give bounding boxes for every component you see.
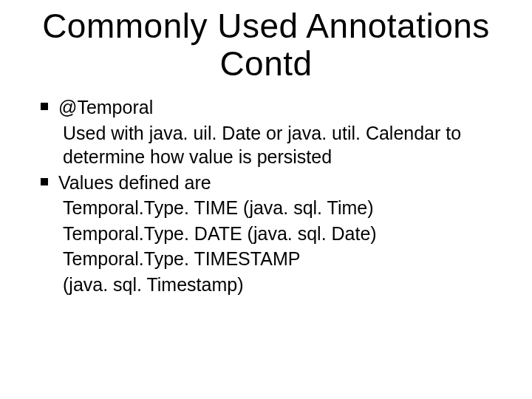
bullet-label: @Temporal	[58, 95, 153, 120]
square-bullet-icon	[41, 178, 48, 185]
bullet-subtext: Temporal.Type. TIME (java. sql. Time)	[41, 196, 510, 220]
slide-title: Commonly Used Annotations Contd	[22, 7, 510, 82]
slide-content: @Temporal Used with java. uil. Date or j…	[22, 95, 510, 296]
square-bullet-icon	[41, 103, 48, 110]
bullet-subtext: (java. sql. Timestamp)	[41, 273, 510, 297]
bullet-label: Values defined are	[58, 171, 211, 195]
bullet-item: @Temporal	[41, 95, 510, 120]
bullet-subtext: Temporal.Type. TIMESTAMP	[41, 247, 510, 271]
bullet-subtext: Temporal.Type. DATE (java. sql. Date)	[41, 222, 510, 246]
bullet-subtext: Used with java. uil. Date or java. util.…	[41, 121, 510, 169]
bullet-item: Values defined are	[41, 171, 510, 195]
slide-container: Commonly Used Annotations Contd @Tempora…	[0, 0, 532, 399]
